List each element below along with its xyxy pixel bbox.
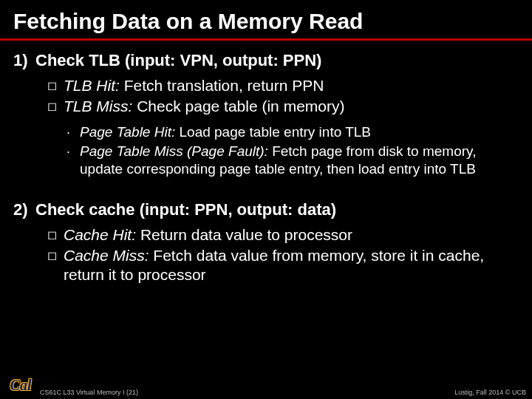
bullet-icon: ◻ [47,225,64,245]
list-text: Check cache (input: PPN, output: data) [35,200,336,219]
footer-left: Cal CS61C L33 Virtual Memory I (21) [6,374,138,396]
list-item-1: 1) Check TLB (input: VPN, output: PPN) [13,51,519,70]
subsub-rest: Load page table entry into TLB [175,124,371,140]
sub-em: Cache Hit: [64,226,136,243]
list-item-2: 2) Check cache (input: PPN, output: data… [13,200,519,219]
title-underline [0,38,532,41]
subsub-em: Page Table Hit: [80,124,175,140]
sub-item: ◻ TLB Hit: Fetch translation, return PPN [47,76,519,95]
bullet-icon: ◻ [47,76,64,95]
sublist-1: ◻ TLB Hit: Fetch translation, return PPN… [47,76,519,116]
cal-logo-text: Cal [10,377,32,394]
list-text: Check TLB (input: VPN, output: PPN) [35,51,321,70]
bullet-icon: ◻ [47,97,64,116]
subsub-text: Page Table Miss (Page Fault): Fetch page… [80,143,519,178]
sub-item: ◻ Cache Hit: Return data value to proces… [47,225,519,245]
sub-em: Cache Miss: [64,247,149,264]
subsub-item: · Page Table Miss (Page Fault): Fetch pa… [66,143,519,178]
slide-content: 1) Check TLB (input: VPN, output: PPN) ◻… [0,51,532,284]
footer-right-text: Lustig, Fall 2014 © UCB [454,389,526,396]
sub-rest: Return data value to processor [136,226,352,243]
sub-text: Cache Hit: Return data value to processo… [64,225,519,245]
sub-em: TLB Miss: [64,98,132,115]
sub-em: TLB Hit: [64,77,120,94]
footer-left-text: CS61C L33 Virtual Memory I (21) [40,389,138,396]
slide-title: Fetching Data on a Memory Read [0,0,532,37]
subsub-em: Page Table Miss (Page Fault): [80,143,268,159]
subsublist-1: · Page Table Hit: Load page table entry … [66,123,519,178]
cal-logo: Cal [6,374,35,396]
sublist-2: ◻ Cache Hit: Return data value to proces… [47,225,519,284]
subsub-text: Page Table Hit: Load page table entry in… [80,123,519,141]
sub-item: ◻ TLB Miss: Check page table (in memory) [47,97,519,116]
dot-icon: · [66,143,80,160]
sub-rest: Fetch translation, return PPN [120,77,324,94]
slide-footer: Cal CS61C L33 Virtual Memory I (21) Lust… [0,374,532,396]
dot-icon: · [66,123,80,141]
list-number: 1) [13,51,35,70]
sub-text: TLB Hit: Fetch translation, return PPN [64,76,519,95]
subsub-item: · Page Table Hit: Load page table entry … [66,123,519,141]
bullet-icon: ◻ [47,246,64,265]
list-number: 2) [13,200,35,219]
sub-item: ◻ Cache Miss: Fetch data value from memo… [47,246,519,284]
sub-rest: Check page table (in memory) [132,98,344,115]
sub-text: TLB Miss: Check page table (in memory) [64,97,519,116]
sub-text: Cache Miss: Fetch data value from memory… [64,246,519,284]
